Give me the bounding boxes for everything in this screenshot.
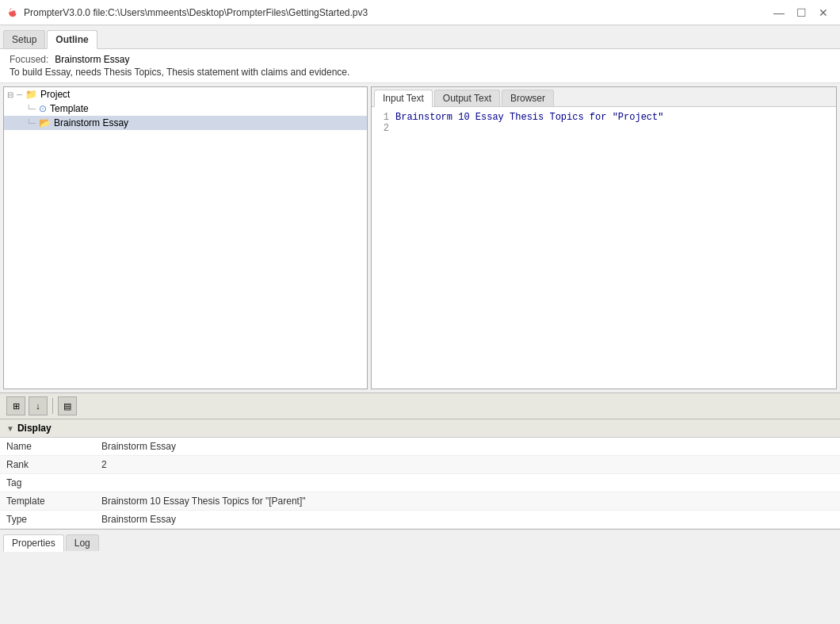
tree-label-template: Template — [50, 103, 89, 114]
focused-value: Brainstorm Essay — [55, 54, 129, 65]
prop-value-template: Brainstorm 10 Essay Thesis Topics for "[… — [95, 492, 840, 511]
prop-row-rank: Rank 2 — [0, 456, 840, 474]
output-line-1: 1 Brainstorm 10 Essay Thesis Topics for … — [376, 112, 831, 123]
tab-setup[interactable]: Setup — [3, 30, 45, 48]
prop-label-name: Name — [0, 438, 95, 456]
properties-panel: ▼ Display Name Brainstorm Essay Rank 2 T… — [0, 419, 840, 529]
output-text-area: 1 Brainstorm 10 Essay Thesis Topics for … — [372, 107, 836, 389]
prop-row-type: Type Brainstorm Essay — [0, 511, 840, 529]
properties-section-header: ▼ Display — [0, 419, 840, 438]
properties-table: Name Brainstorm Essay Rank 2 Tag Templat… — [0, 438, 840, 529]
expand-icon: ⊟ — [7, 90, 13, 99]
sub-tab-bar: Input Text Output Text Browser — [372, 87, 836, 107]
tab-properties[interactable]: Properties — [3, 534, 64, 552]
bottom-tab-bar: Properties Log — [0, 529, 840, 551]
title-bar-left: PrompterV3.0.0 file:C:\Users\mmeents\Des… — [6, 6, 368, 19]
tree-item-brainstorm[interactable]: └─ 📂 Brainstorm Essay — [4, 116, 367, 130]
info-bar: Focused: Brainstorm Essay To build Essay… — [0, 49, 840, 83]
tab-browser[interactable]: Browser — [502, 90, 554, 106]
focused-row: Focused: Brainstorm Essay — [10, 54, 830, 65]
tree-label-brainstorm: Brainstorm Essay — [54, 117, 128, 128]
template-icon: ⊙ — [39, 103, 47, 114]
bottom-toolbar: ⊞ ↓ ▤ — [0, 392, 840, 419]
prop-label-type: Type — [0, 511, 95, 529]
sort-down-button[interactable]: ↓ — [29, 396, 48, 415]
line-number-2: 2 — [376, 123, 389, 134]
prop-value-rank: 2 — [95, 456, 840, 474]
prop-value-name: Brainstorm Essay — [95, 438, 840, 456]
tree-item-project[interactable]: ⊟ ─ 📁 Project — [4, 87, 367, 101]
tab-outline[interactable]: Outline — [47, 30, 97, 49]
content-area: ⊟ ─ 📁 Project └─ ⊙ Template └─ 📂 Brainst… — [0, 83, 840, 392]
dash-icon: ─ — [17, 90, 22, 99]
folder-icon: 📁 — [25, 89, 37, 100]
line-content-1: Brainstorm 10 Essay Thesis Topics for "P… — [395, 112, 663, 123]
focused-label: Focused: — [10, 54, 48, 65]
line-number-1: 1 — [376, 112, 389, 123]
output-line-2: 2 — [376, 123, 831, 134]
section-header-label: Display — [17, 423, 52, 434]
tab-log[interactable]: Log — [66, 534, 99, 551]
list-view-button[interactable]: ▤ — [58, 396, 77, 415]
prop-row-name: Name Brainstorm Essay — [0, 438, 840, 456]
tab-input-text[interactable]: Input Text — [374, 90, 433, 107]
build-info-text: To build Essay, needs Thesis Topics, The… — [10, 67, 830, 78]
prop-row-tag: Tag — [0, 474, 840, 492]
tree-connector-template: └─ — [26, 105, 36, 113]
section-toggle-icon[interactable]: ▼ — [6, 424, 14, 433]
app-icon — [6, 6, 19, 19]
title-bar: PrompterV3.0.0 file:C:\Users\mmeents\Des… — [0, 0, 840, 25]
prop-value-type: Brainstorm Essay — [95, 511, 840, 529]
main-tab-bar: Setup Outline — [0, 25, 840, 49]
tree-label-project: Project — [40, 89, 70, 100]
window-controls: — ☐ ✕ — [769, 3, 834, 22]
right-panel: Input Text Output Text Browser 1 Brainst… — [371, 86, 837, 389]
tab-output-text[interactable]: Output Text — [434, 90, 500, 106]
prop-label-tag: Tag — [0, 474, 95, 492]
tree-connector-brainstorm: └─ — [26, 119, 36, 128]
tree-item-template[interactable]: └─ ⊙ Template — [4, 101, 367, 116]
minimize-button[interactable]: — — [769, 3, 789, 22]
prop-value-tag — [95, 474, 840, 492]
close-button[interactable]: ✕ — [813, 3, 834, 22]
prop-label-template: Template — [0, 492, 95, 511]
maximize-button[interactable]: ☐ — [791, 3, 811, 22]
prop-label-rank: Rank — [0, 456, 95, 474]
brainstorm-icon: 📂 — [39, 117, 51, 128]
grid-view-button[interactable]: ⊞ — [6, 396, 25, 415]
tree-panel[interactable]: ⊟ ─ 📁 Project └─ ⊙ Template └─ 📂 Brainst… — [3, 86, 368, 389]
window-title: PrompterV3.0.0 file:C:\Users\mmeents\Des… — [24, 7, 368, 18]
prop-row-template: Template Brainstorm 10 Essay Thesis Topi… — [0, 492, 840, 511]
toolbar-separator — [52, 398, 53, 414]
